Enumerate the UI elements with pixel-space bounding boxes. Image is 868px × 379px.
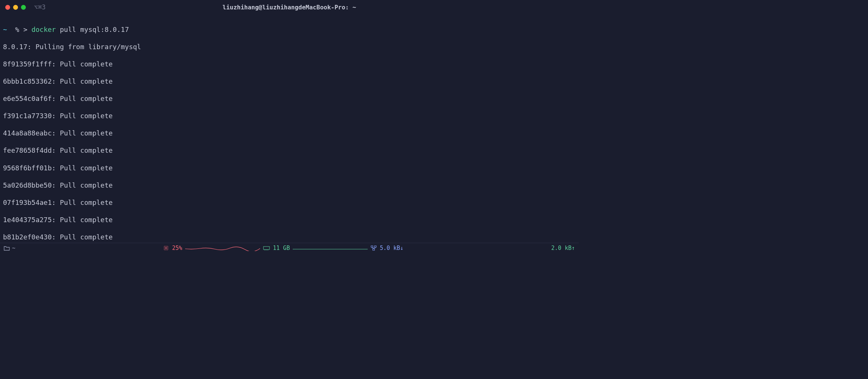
traffic-lights — [5, 5, 26, 10]
output-line: f391c1a77330: Pull complete — [3, 111, 576, 120]
output-line: 1e404375a275: Pull complete — [3, 215, 576, 224]
command-docker: docker — [31, 26, 56, 33]
window-title: liuzhihang@liuzhihangdeMacBook-Pro: ~ — [223, 4, 356, 11]
svg-rect-9 — [374, 246, 376, 247]
status-memory-value: 11 GB — [273, 245, 290, 251]
prompt-gt: > — [23, 26, 27, 33]
svg-rect-2 — [263, 247, 269, 250]
status-folder-label: ~ — [12, 245, 15, 251]
output-line: fee78658f4dd: Pull complete — [3, 146, 576, 155]
terminal-output[interactable]: ~ % > docker pull mysql:8.0.17 8.0.17: P… — [0, 14, 579, 243]
maximize-button[interactable] — [21, 5, 26, 10]
prompt-line: ~ % > docker pull mysql:8.0.17 — [3, 25, 576, 34]
status-network-up: 2.0 kB↑ — [551, 245, 575, 251]
folder-icon — [4, 245, 10, 251]
status-net-down: 5.0 kB↓ — [380, 245, 403, 251]
cpu-sparkline — [185, 245, 260, 251]
svg-rect-0 — [164, 246, 168, 250]
output-line: 07f193b54ae1: Pull complete — [3, 198, 576, 207]
statusbar: ~ 25% 11 GB 5.0 kB↓ 2.0 kB↑ — [0, 243, 579, 253]
status-folder[interactable]: ~ — [4, 245, 15, 251]
output-line: 8.0.17: Pulling from library/mysql — [3, 42, 576, 51]
cpu-icon — [163, 245, 169, 251]
output-line: 8f91359f1fff: Pull complete — [3, 60, 576, 68]
network-icon — [371, 245, 377, 251]
output-line: e6e554c0af6f: Pull complete — [3, 94, 576, 103]
prompt-percent: % — [15, 26, 19, 33]
status-memory: 11 GB — [263, 245, 368, 251]
svg-rect-10 — [373, 249, 375, 250]
output-line: 6bbb1c853362: Pull complete — [3, 77, 576, 86]
window-shortcut-indicator: ⌥⌘3 — [34, 3, 46, 11]
memory-icon — [263, 246, 270, 250]
status-cpu-value: 25% — [172, 245, 182, 251]
titlebar: ⌥⌘3 liuzhihang@liuzhihangdeMacBook-Pro: … — [0, 0, 579, 14]
prompt-tilde: ~ — [3, 26, 7, 33]
command-args: pull mysql:8.0.17 — [56, 26, 129, 33]
output-line: 5a026d8bbe50: Pull complete — [3, 181, 576, 190]
output-line: 9568f6bff01b: Pull complete — [3, 164, 576, 172]
memory-sparkline — [293, 245, 368, 251]
close-button[interactable] — [5, 5, 10, 10]
status-net-up: 2.0 kB↑ — [551, 245, 575, 251]
status-cpu: 25% — [163, 245, 260, 251]
svg-rect-8 — [371, 246, 373, 247]
minimize-button[interactable] — [13, 5, 18, 10]
svg-rect-1 — [165, 247, 167, 249]
output-line: b81b2ef0e430: Pull complete — [3, 233, 576, 241]
output-line: 414a8a88eabc: Pull complete — [3, 129, 576, 137]
status-network: 5.0 kB↓ — [371, 245, 403, 251]
